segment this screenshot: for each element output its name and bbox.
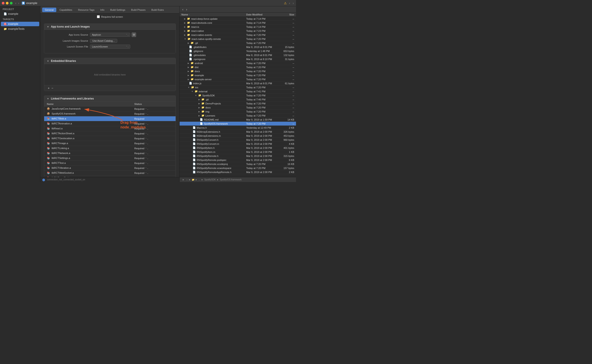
list-item[interactable]: ▶ 📁 react-devtools-core Today at 7:14 PM… bbox=[180, 21, 296, 25]
table-row[interactable]: 📚 libRCTSettings.a Required ⌃⌄ bbox=[44, 156, 176, 161]
close-button[interactable] bbox=[2, 2, 5, 5]
list-item[interactable]: ▶ 📁 DemoProjects Today at 7:20 PM -- bbox=[180, 102, 296, 106]
tab-build-phases[interactable]: Build Phases bbox=[128, 8, 148, 12]
back-button[interactable]: ‹ bbox=[15, 1, 17, 5]
table-row[interactable]: 📚 libRCTNetwork.a Required ⌃⌄ bbox=[44, 151, 176, 156]
table-row[interactable]: 📚 libRCTVibration.a Required ⌃⌄ bbox=[44, 166, 176, 171]
list-item[interactable]: 📄 SpotifyIOS.framework Today at 7:20 PM … bbox=[180, 122, 296, 126]
expand-triangle[interactable]: ▶ bbox=[198, 106, 200, 109]
app-icons-select[interactable]: AppIcon bbox=[90, 33, 130, 37]
expand-triangle[interactable]: ▶ bbox=[198, 102, 200, 105]
list-item[interactable]: 📄 .npmignore Mar 8, 2019 at 8:10 PM 31 b… bbox=[180, 57, 296, 61]
list-item[interactable]: 📄 NSArrayExtensions.h Mar 9, 2019 at 2:0… bbox=[180, 130, 296, 134]
list-item[interactable]: 📄 README.md Mar 9, 2019 at 1:59 PM 14 KB bbox=[180, 118, 296, 122]
list-item[interactable]: ▶ 📁 react-deep-force-update Today at 7:1… bbox=[180, 17, 296, 21]
expand-triangle[interactable]: ▶ bbox=[188, 66, 189, 68]
expand-triangle[interactable]: ▼ bbox=[191, 90, 193, 93]
use-asset-catalog-button[interactable]: Use Asset Catalog... bbox=[90, 39, 117, 43]
table-row[interactable]: 📚 libRCTText.a Required ⌃⌄ bbox=[44, 161, 176, 166]
expand-triangle[interactable]: ▶ bbox=[184, 18, 186, 20]
sidebar-item-example-tests[interactable]: 📁 exampleTests bbox=[1, 27, 39, 31]
tab-info[interactable]: Info bbox=[98, 8, 107, 12]
list-item[interactable]: ▼ 📁 external Today at 7:41 PM -- bbox=[180, 89, 296, 93]
tab-general[interactable]: General bbox=[42, 8, 56, 12]
expand-triangle[interactable]: ▶ bbox=[198, 110, 200, 113]
list-item[interactable]: ▶ 📁 example Today at 7:20 PM -- bbox=[180, 73, 296, 77]
next-arrow[interactable]: › bbox=[292, 1, 294, 5]
expand-triangle[interactable]: ▶ bbox=[188, 42, 189, 44]
list-item[interactable]: ▶ 📁 .git Today at 7:46 PM -- bbox=[180, 98, 296, 102]
expand-triangle[interactable]: ▶ bbox=[188, 62, 189, 64]
list-item[interactable]: ▼ 📁 ios Today at 7:20 PM -- bbox=[180, 85, 296, 89]
expand-triangle[interactable]: ▼ bbox=[188, 86, 190, 89]
list-item[interactable]: 📄 NSArrayExtensions.m Mar 9, 2019 at 2:0… bbox=[180, 134, 296, 138]
list-item[interactable]: 📄 .gitmodules Mar 8, 2019 at 8:01 PM 132… bbox=[180, 53, 296, 57]
list-item[interactable]: ▶ 📁 react-is Today at 7:14 PM -- bbox=[180, 25, 296, 29]
list-item[interactable]: 📄 index.js Mar 8, 2019 at 8:01 PM 61 byt… bbox=[180, 81, 296, 85]
list-item[interactable]: 📄 RNSpotifyRemoteAppRemote.h Mar 9, 2019… bbox=[180, 170, 296, 174]
list-item[interactable]: 📄 RNSpotifyRemote.xcodeproj Today at 7:2… bbox=[180, 162, 296, 166]
linked-frameworks-header[interactable]: ▼ Linked Frameworks and Libraries bbox=[44, 96, 176, 102]
list-item[interactable]: 📄 .gitignore Yesterday at 1:48 PM 653 by… bbox=[180, 49, 296, 53]
list-item[interactable]: 📄 RNSpotifyConvert.m Mar 9, 2019 at 2:00… bbox=[180, 142, 296, 146]
sidebar-item-example[interactable]: 🎯 example bbox=[1, 22, 39, 26]
list-item[interactable]: 📄 RNSpotifyItem.m Mar 9, 2019 at 2:00 PM… bbox=[180, 150, 296, 154]
expand-triangle[interactable]: ▶ bbox=[188, 74, 189, 76]
expand-triangle[interactable]: ▶ bbox=[184, 22, 186, 24]
list-item[interactable]: ▶ 📁 docs Today at 7:20 PM -- bbox=[180, 106, 296, 110]
table-row[interactable]: 📚 libRNEventEmitter.a Required ⌃⌄ bbox=[44, 176, 176, 177]
expand-triangle[interactable]: ▶ bbox=[188, 70, 189, 72]
expand-triangle[interactable]: ▶ bbox=[198, 98, 200, 101]
finder-path-back[interactable]: ► bbox=[181, 178, 185, 181]
list-item[interactable]: ▼ 📁 react-native-spotify-remote Today at… bbox=[180, 37, 296, 41]
list-item[interactable]: 📄 RNSpotifyRemote.h Mar 9, 2019 at 2:00 … bbox=[180, 154, 296, 158]
table-row[interactable]: 📚 libRCTWebSocket.a Required ⌃⌄ bbox=[44, 171, 176, 176]
embedded-remove-button[interactable]: − bbox=[50, 86, 54, 90]
tab-capabilities[interactable]: Capabilities bbox=[57, 8, 75, 12]
sidebar-item-project[interactable]: 📄 example bbox=[1, 12, 39, 16]
expand-triangle[interactable]: ▼ bbox=[184, 38, 186, 40]
list-item[interactable]: ▶ 📁 android Today at 7:20 PM -- bbox=[180, 61, 296, 65]
minimize-button[interactable] bbox=[6, 2, 8, 5]
list-item[interactable]: 📄 RNSpotifyItem.h Mar 9, 2019 at 2:00 PM… bbox=[180, 146, 296, 150]
list-item[interactable]: ▶ 📁 img Today at 7:20 PM -- bbox=[180, 110, 296, 114]
list-item[interactable]: ▶ 📁 dist Today at 7:20 PM -- bbox=[180, 65, 296, 69]
list-item[interactable]: 📄 .gitattributes Mar 8, 2019 at 8:01 PM … bbox=[180, 45, 296, 49]
list-item[interactable]: 📄 RNSpotifyRemote.xcworkspace Today at 7… bbox=[180, 166, 296, 170]
table-row[interactable]: 📚 libRCTBlob.a Required ⌃⌄ bbox=[44, 116, 176, 121]
table-row[interactable]: 📦 SpotifyIOS.framework Required ⌃⌄ bbox=[44, 111, 176, 116]
tab-build-settings[interactable]: Build Settings bbox=[108, 8, 128, 12]
list-item[interactable]: ▼ 📁 SpotifySDK Today at 7:20 PM -- bbox=[180, 93, 296, 98]
embedded-add-button[interactable]: + bbox=[47, 86, 50, 90]
list-item[interactable]: 📄 RNSpotifyRemote.podspec Mar 9, 2019 at… bbox=[180, 158, 296, 162]
expand-triangle[interactable]: ▼ bbox=[195, 94, 197, 97]
list-item[interactable]: 📄 Macros.h Yesterday at 12:49 PM 2 KB bbox=[180, 126, 296, 130]
table-row[interactable]: 📚 libRCTImage.a Required ⌃⌄ bbox=[44, 141, 176, 146]
table-row[interactable]: 📚 libRCTLinking.a Required ⌃⌄ bbox=[44, 146, 176, 151]
maximize-button[interactable] bbox=[10, 2, 13, 5]
finder-fwd-btn[interactable]: › bbox=[185, 8, 188, 11]
list-item[interactable]: ▶ 📁 react-native-events Today at 7:20 PM… bbox=[180, 33, 296, 37]
tab-resource-tags[interactable]: Resource Tags bbox=[75, 8, 97, 12]
finder-back-btn[interactable]: ‹ bbox=[181, 8, 184, 11]
expand-triangle[interactable]: ▶ bbox=[188, 78, 189, 80]
app-icons-section-header[interactable]: ▼ App Icons and Launch Images bbox=[44, 24, 176, 30]
table-row[interactable]: 📚 libRCTActionSheet.a Required ⌃⌄ bbox=[44, 131, 176, 136]
requires-full-screen-checkbox[interactable] bbox=[97, 15, 100, 18]
table-row[interactable]: 📦 JavaScriptCore.framework Required ⌃⌄ bbox=[44, 106, 176, 111]
list-item[interactable]: ▶ 📁 .git Today at 7:20 PM -- bbox=[180, 41, 296, 45]
expand-triangle[interactable]: ▶ bbox=[184, 34, 186, 36]
table-row[interactable]: 📚 libRCTGeolocation.a Required ⌃⌄ bbox=[44, 136, 176, 141]
tab-build-rules[interactable]: Build Rules bbox=[149, 8, 167, 12]
expand-triangle[interactable]: ▶ bbox=[198, 115, 200, 117]
expand-triangle[interactable]: ▶ bbox=[184, 26, 186, 28]
forward-button[interactable]: › bbox=[18, 1, 20, 5]
launch-screen-select[interactable]: LaunchScreen bbox=[90, 45, 130, 49]
list-item[interactable]: ▶ 📁 react-native Today at 7:23 PM -- bbox=[180, 29, 296, 33]
list-item[interactable]: ▶ 📁 example-server Today at 7:20 PM -- bbox=[180, 77, 296, 81]
table-row[interactable]: 📚 libRCTAnimation.a Required ⌃⌄ bbox=[44, 121, 176, 126]
table-row[interactable]: 📚 libReact.a Required ⌃⌄ bbox=[44, 126, 176, 131]
list-item[interactable]: ▶ 📁 Licenses Today at 7:20 PM -- bbox=[180, 114, 296, 118]
app-icons-gear-button[interactable]: ⚙ bbox=[132, 32, 136, 37]
list-item[interactable]: ▶ 📁 docs Today at 7:20 PM -- bbox=[180, 69, 296, 73]
